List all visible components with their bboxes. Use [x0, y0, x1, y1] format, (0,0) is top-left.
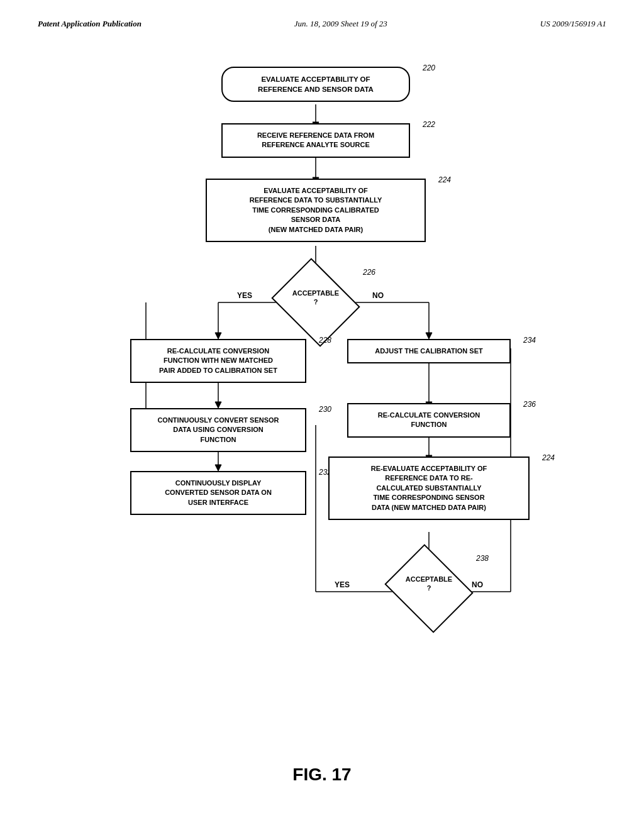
svg-text:NO: NO: [472, 580, 483, 589]
node-228: RE-CALCULATE CONVERSIONFUNCTION WITH NEW…: [130, 339, 306, 383]
header-right: US 2009/156919 A1: [540, 19, 606, 29]
ref-224: 224: [438, 175, 451, 184]
diamond-shape-226: [271, 258, 360, 346]
ref-226: 226: [363, 268, 375, 277]
node-230: CONTINUOUSLY CONVERT SENSORDATA USING CO…: [130, 408, 306, 452]
ref-230: 230: [319, 405, 331, 414]
label-236: RE-CALCULATE CONVERSIONFUNCTION: [378, 411, 480, 428]
box-232: CONTINUOUSLY DISPLAYCONVERTED SENSOR DAT…: [130, 471, 306, 515]
ref-222: 222: [423, 120, 435, 129]
ref-234: 234: [523, 336, 536, 345]
label-228: RE-CALCULATE CONVERSIONFUNCTION WITH NEW…: [159, 347, 277, 374]
svg-marker-15: [215, 402, 221, 408]
label-222: RECEIVE REFERENCE DATA FROMREFERENCE ANA…: [257, 131, 374, 148]
flowchart: YES NO: [83, 54, 561, 746]
page: Patent Application Publication Jun. 18, …: [0, 0, 644, 830]
ref-224b: 224: [542, 453, 555, 462]
diamond-shape-238: [384, 544, 473, 633]
label-220: EVALUATE ACCEPTABILITY OFREFERENCE AND S…: [258, 75, 374, 93]
svg-marker-17: [215, 465, 221, 471]
label-224b: RE-EVALUATE ACCEPTABILITY OFREFERENCE DA…: [371, 465, 487, 511]
node-236: RE-CALCULATE CONVERSIONFUNCTION 236: [347, 403, 511, 438]
header-center: Jun. 18, 2009 Sheet 19 of 23: [294, 19, 387, 29]
node-224b: RE-EVALUATE ACCEPTABILITY OFREFERENCE DA…: [328, 456, 530, 520]
box-236: RE-CALCULATE CONVERSIONFUNCTION: [347, 403, 511, 438]
box-224b: RE-EVALUATE ACCEPTABILITY OFREFERENCE DA…: [328, 456, 530, 520]
ref-220: 220: [423, 64, 435, 72]
node-234: ADJUST THE CALIBRATION SET 234: [347, 339, 511, 363]
box-228: RE-CALCULATE CONVERSIONFUNCTION WITH NEW…: [130, 339, 306, 383]
header-left: Patent Application Publication: [38, 19, 142, 29]
box-230: CONTINUOUSLY CONVERT SENSORDATA USING CO…: [130, 408, 306, 452]
label-224: EVALUATE ACCEPTABILITY OFREFERENCE DATA …: [250, 187, 382, 233]
node-226: ACCEPTABLE? 226: [281, 271, 350, 334]
svg-text:YES: YES: [335, 580, 350, 589]
svg-marker-8: [215, 333, 221, 339]
svg-text:NO: NO: [372, 291, 384, 300]
svg-text:YES: YES: [237, 291, 252, 300]
diamond-226: ACCEPTABLE?: [281, 271, 350, 334]
header: Patent Application Publication Jun. 18, …: [38, 19, 606, 29]
label-230: CONTINUOUSLY CONVERT SENSORDATA USING CO…: [157, 416, 279, 443]
node-222: RECEIVE REFERENCE DATA FROMREFERENCE ANA…: [221, 123, 410, 158]
node-224: EVALUATE ACCEPTABILITY OFREFERENCE DATA …: [206, 179, 426, 242]
figure-caption: FIG. 17: [38, 765, 606, 785]
node-232: CONTINUOUSLY DISPLAYCONVERTED SENSOR DAT…: [130, 471, 306, 515]
ref-236: 236: [523, 400, 536, 409]
node-238: ACCEPTABLE? 238: [394, 557, 464, 620]
diamond-238: ACCEPTABLE?: [394, 557, 464, 620]
box-224: EVALUATE ACCEPTABILITY OFREFERENCE DATA …: [206, 179, 426, 242]
label-234: ADJUST THE CALIBRATION SET: [375, 347, 483, 355]
ref-238: 238: [476, 554, 489, 563]
label-232: CONTINUOUSLY DISPLAYCONVERTED SENSOR DAT…: [165, 479, 272, 506]
box-234: ADJUST THE CALIBRATION SET: [347, 339, 511, 363]
svg-marker-12: [426, 333, 432, 339]
box-222: RECEIVE REFERENCE DATA FROMREFERENCE ANA…: [221, 123, 410, 158]
ref-228: 228: [319, 336, 331, 345]
box-220: EVALUATE ACCEPTABILITY OFREFERENCE AND S…: [221, 67, 410, 102]
node-220: EVALUATE ACCEPTABILITY OFREFERENCE AND S…: [221, 67, 410, 102]
